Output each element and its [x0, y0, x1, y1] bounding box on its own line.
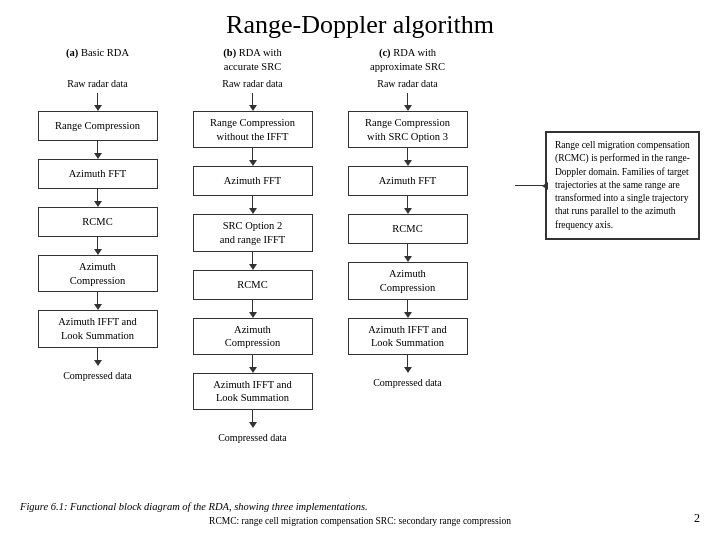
box-a-4: Azimuth IFFT and Look Summation [38, 310, 158, 347]
box-a-3: Azimuth Compression [38, 255, 158, 292]
arrow-b-3 [249, 252, 257, 270]
box-a-0: Range Compression [38, 111, 158, 141]
arrow-c-3 [404, 244, 412, 262]
col-b-label: (b) [223, 47, 236, 58]
col-c-raw: Raw radar data [377, 78, 438, 89]
arrow-b-2 [249, 196, 257, 214]
abbrev-line: RCMC: range cell migration compensation … [0, 516, 720, 526]
arrow-a-4 [94, 292, 102, 310]
arrow-b-5 [249, 355, 257, 373]
arrow-a-5 [94, 348, 102, 366]
box-c-3: Azimuth Compression [348, 262, 468, 299]
box-b-1: Azimuth FFT [193, 166, 313, 196]
box-b-3: RCMC [193, 270, 313, 300]
page-title: Range-Doppler algorithm [0, 0, 720, 40]
arrow-c-5 [404, 355, 412, 373]
box-a-1: Azimuth FFT [38, 159, 158, 189]
col-b-raw: Raw radar data [222, 78, 283, 89]
arrow-b-0 [249, 93, 257, 111]
box-a-2: RCMC [38, 207, 158, 237]
column-b: (b) RDA with accurate SRC Raw radar data… [175, 46, 330, 443]
column-a: (a) Basic RDA Raw radar data Range Compr… [20, 46, 175, 443]
box-b-2: SRC Option 2 and range IFFT [193, 214, 313, 251]
col-c-compressed: Compressed data [373, 377, 442, 388]
rcmc-tooltip-text: Range cell migration compensation (RCMC)… [555, 140, 690, 230]
box-b-0: Range Compression without the IFFT [193, 111, 313, 148]
col-b-compressed: Compressed data [218, 432, 287, 443]
col-a-header: (a) Basic RDA [66, 46, 129, 76]
arrow-a-1 [94, 141, 102, 159]
rcmc-tooltip: Range cell migration compensation (RCMC)… [545, 131, 700, 240]
col-c-label: (c) [379, 47, 391, 58]
box-c-4: Azimuth IFFT and Look Summation [348, 318, 468, 355]
col-b-header: (b) RDA with accurate SRC [223, 46, 281, 76]
arrow-a-2 [94, 189, 102, 207]
arrow-c-2 [404, 196, 412, 214]
arrow-b-4 [249, 300, 257, 318]
box-b-4: Azimuth Compression [193, 318, 313, 355]
diagram-area: (a) Basic RDA Raw radar data Range Compr… [0, 46, 720, 443]
box-c-1: Azimuth FFT [348, 166, 468, 196]
box-c-0: Range Compression with SRC Option 3 [348, 111, 468, 148]
col-a-compressed: Compressed data [63, 370, 132, 381]
col-c-header: (c) RDA with approximate SRC [370, 46, 445, 76]
arrow-c-1 [404, 148, 412, 166]
arrow-b-6 [249, 410, 257, 428]
col-a-label: (a) [66, 47, 78, 58]
arrow-a-0 [94, 93, 102, 111]
arrow-c-0 [404, 93, 412, 111]
col-a-raw: Raw radar data [67, 78, 128, 89]
figure-caption: Figure 6.1: Functional block diagram of … [20, 501, 368, 512]
arrow-a-3 [94, 237, 102, 255]
page-number: 2 [694, 511, 700, 526]
box-b-5: Azimuth IFFT and Look Summation [193, 373, 313, 410]
col-a-sub: Basic RDA [81, 47, 129, 58]
column-c: (c) RDA with approximate SRC Raw radar d… [330, 46, 485, 443]
arrow-b-1 [249, 148, 257, 166]
box-c-2: RCMC [348, 214, 468, 244]
arrow-c-4 [404, 300, 412, 318]
